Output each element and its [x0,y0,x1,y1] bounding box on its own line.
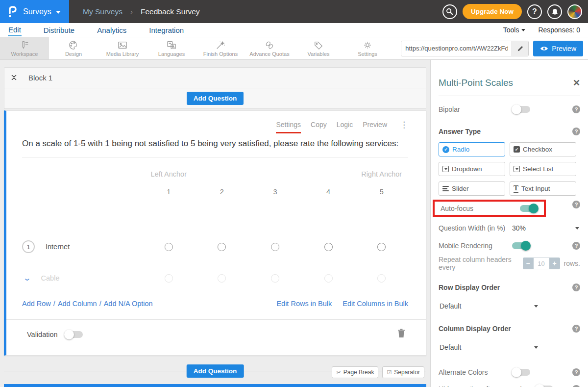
question-width-value[interactable]: 30% [512,224,526,232]
answer-type-radio[interactable]: ✔ Radio [439,142,505,156]
answer-type-label: Select List [523,165,553,173]
toolbar-item-languages[interactable]: Languages [147,37,196,59]
avatar[interactable] [567,4,582,19]
search-button[interactable] [442,4,457,19]
answer-type-label: Slider [452,185,469,192]
question-more-menu-icon[interactable]: ⋮ [400,121,408,129]
tab-analytics[interactable]: Analytics [97,25,127,36]
chevron-down-icon[interactable]: ⌄ [23,274,31,283]
tab-distribute[interactable]: Distribute [43,25,75,36]
question-tab-settings[interactable]: Settings [276,121,301,133]
decrement-button[interactable]: − [523,258,534,269]
column-display-order-row: Column Display Order ? [439,324,580,334]
help-icon[interactable]: ? [572,105,580,113]
radio-cable-2[interactable] [218,274,226,283]
help-icon[interactable]: ? [572,368,580,376]
radio-cable-5[interactable] [377,274,386,283]
radio-internet-4[interactable] [324,243,333,251]
column-header[interactable]: 1 [142,188,196,196]
sidebar-divider [439,96,580,96]
mobile-rendering-toggle[interactable] [512,242,530,249]
toolbar-item-finish-options[interactable]: Finish Options [196,37,245,59]
validation-row: Validation [6,319,426,349]
alternate-colors-label: Alternate Colors [439,368,512,376]
breadcrumb-my-surveys[interactable]: My Surveys [83,7,122,16]
breadcrumb-current-survey: Feedback Survey [141,7,200,16]
help-icon[interactable]: ? [572,128,580,135]
help-button[interactable]: ? [527,4,542,19]
help-icon[interactable]: ? [572,385,580,387]
notifications-button[interactable] [547,4,562,19]
collapse-block-icon[interactable] [11,75,17,80]
add-question-button-bottom[interactable]: Add Question [187,364,244,378]
toolbar-item-design[interactable]: Design [49,37,98,59]
mobile-rendering-label: Mobile Rendering [439,242,512,250]
toolbar-item-workspace[interactable]: Workspace [0,37,49,59]
add-question-button-top[interactable]: Add Question [187,92,244,105]
toolbar-item-settings[interactable]: Settings [343,37,392,59]
column-header[interactable]: 5 [355,188,408,196]
edit-columns-in-bulk-link[interactable]: Edit Columns in Bulk [343,300,408,308]
left-anchor-label[interactable]: Left Anchor [142,170,196,178]
bipolar-row: Bipolar ? [439,104,580,115]
upgrade-now-button[interactable]: Upgrade Now [463,4,522,19]
answer-type-checkbox[interactable]: ✔ Checkbox [510,142,576,156]
right-anchor-label[interactable]: Right Anchor [355,170,408,178]
toolbar-item-media-library[interactable]: Media Library [98,37,147,59]
alternate-colors-toggle[interactable] [512,369,530,376]
answer-type-select-list[interactable]: Select List [510,162,576,176]
question-tab-logic[interactable]: Logic [337,121,353,132]
radio-cable-1[interactable] [165,274,173,283]
radio-internet-2[interactable] [218,243,226,251]
preview-button[interactable]: Preview [533,41,583,56]
column-header[interactable]: 4 [302,188,355,196]
toolbar-item-variables[interactable]: Variables [294,37,343,59]
row-display-order-select[interactable]: Default [439,301,539,311]
row-display-order-value: Default [439,302,461,310]
answer-type-dropdown[interactable]: Dropdown [439,162,505,176]
radio-internet-5[interactable] [377,243,386,251]
row-label[interactable]: Cable [41,274,60,282]
repeat-headers-input[interactable] [534,258,549,269]
add-na-option-link[interactable]: Add N/A Option [104,300,153,308]
alternate-colors-row: Alternate Colors ? [439,367,580,378]
close-icon[interactable]: ✕ [573,77,580,88]
edit-rows-in-bulk-link[interactable]: Edit Rows in Bulk [276,300,332,308]
question-tab-preview[interactable]: Preview [363,121,387,132]
delete-question-button[interactable] [397,329,405,340]
question-tab-copy[interactable]: Copy [311,121,327,132]
row-label[interactable]: Internet [46,243,70,251]
radio-internet-1[interactable] [165,243,173,251]
tab-integration[interactable]: Integration [148,25,184,36]
validation-toggle[interactable] [65,331,83,338]
edit-url-button[interactable] [512,41,528,56]
radio-internet-3[interactable] [271,243,279,251]
add-column-link[interactable]: Add Column [58,300,97,308]
chevron-down-icon[interactable] [575,227,579,230]
help-icon[interactable]: ? [572,325,580,333]
help-icon[interactable]: ? [572,242,580,250]
column-header[interactable]: 2 [196,188,249,196]
tab-edit[interactable]: Edit [8,24,22,36]
column-header[interactable]: 3 [248,188,302,196]
tools-menu[interactable]: Tools [503,26,526,34]
auto-focus-toggle[interactable] [520,205,538,212]
help-icon[interactable]: ? [572,284,580,291]
column-display-order-select[interactable]: Default [439,342,539,352]
answer-type-text-input[interactable]: T Text Input [510,181,576,196]
add-row-link[interactable]: Add Row [22,300,51,308]
repeat-headers-label: Repeat column headers every [439,256,517,271]
separator-button[interactable]: ☑ Separator [382,366,424,378]
bipolar-toggle[interactable] [512,106,530,113]
page-break-button[interactable]: ✂ Page Break [332,366,378,378]
help-icon[interactable]: ? [572,201,580,208]
toolbar-item-advance-quotas[interactable]: Advance Quotas [245,37,294,59]
survey-editor-page: Surveys My Surveys › Feedback Survey Upg… [0,0,588,387]
radio-cable-4[interactable] [324,274,333,283]
question-text[interactable]: On a scale of 1-5 with 1 being not satis… [22,137,404,150]
survey-url-input[interactable] [401,41,512,56]
increment-button[interactable]: + [549,258,560,269]
product-switcher[interactable]: Surveys [0,0,69,23]
answer-type-slider[interactable]: Slider [439,181,505,196]
radio-cable-3[interactable] [271,274,279,283]
